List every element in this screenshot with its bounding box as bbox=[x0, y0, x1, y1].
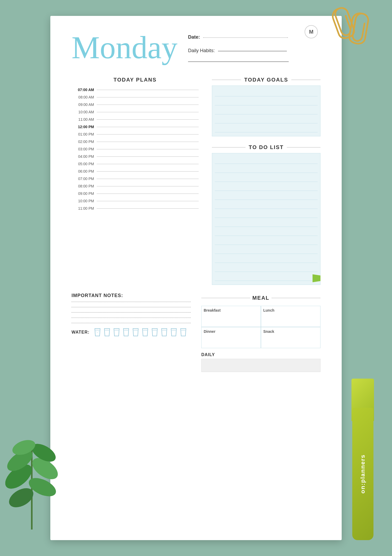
todo-line-7 bbox=[215, 210, 318, 218]
time-2000: 08:00 PM bbox=[72, 184, 94, 188]
time-slot-0900: 09:00 AM bbox=[72, 102, 199, 107]
meal-grid: Breakfast Lunch Dinner Snack bbox=[201, 306, 320, 348]
daily-section: DAILY bbox=[201, 352, 320, 372]
meal-lunch-label: Lunch bbox=[263, 308, 318, 312]
goals-line-1 bbox=[215, 88, 318, 96]
todo-line-2 bbox=[215, 165, 318, 173]
todo-box-wrapper bbox=[212, 153, 320, 285]
glass-1 bbox=[94, 328, 101, 337]
day-title: Monday bbox=[72, 32, 177, 64]
meal-cell-breakfast: Breakfast bbox=[201, 306, 261, 327]
time-slot-2100: 09:00 PM bbox=[72, 191, 199, 196]
paperclips-decoration bbox=[318, 5, 371, 53]
habits-section: Daily Habits: bbox=[188, 48, 320, 62]
today-goals-section: TODAY GOALS bbox=[212, 77, 320, 136]
time-0800: 08:00 AM bbox=[72, 95, 94, 99]
goals-line-right bbox=[291, 80, 320, 80]
time-line-1300 bbox=[97, 134, 199, 134]
todo-line-14 bbox=[215, 273, 318, 281]
goals-line-4 bbox=[215, 115, 318, 123]
meal-line-left bbox=[201, 298, 250, 298]
glass-9 bbox=[170, 328, 177, 337]
title-section: Monday bbox=[72, 32, 177, 64]
todo-line-10 bbox=[215, 237, 318, 245]
time-line-0800 bbox=[97, 97, 199, 97]
todo-line-9 bbox=[215, 228, 318, 236]
time-line-1000 bbox=[97, 112, 199, 112]
time-slots-list: 07:00 AM 08:00 AM 09:00 AM 10:00 AM bbox=[72, 88, 199, 210]
todo-line-left bbox=[212, 147, 246, 147]
time-line-1700 bbox=[97, 164, 199, 164]
highlighter-brand-text: on:planners bbox=[359, 454, 366, 494]
time-line-1500 bbox=[97, 149, 199, 149]
todo-section: TO DO LIST bbox=[212, 144, 320, 285]
time-slot-1100: 11:00 AM bbox=[72, 117, 199, 122]
header-section: Monday Date: M Daily Habits: bbox=[72, 32, 320, 64]
time-1600: 04:00 PM bbox=[72, 154, 94, 159]
meal-dinner-label: Dinner bbox=[204, 329, 259, 334]
habits-line-1 bbox=[218, 51, 287, 51]
todo-header-row: TO DO LIST bbox=[212, 144, 320, 150]
glass-10 bbox=[180, 328, 187, 337]
time-slot-2000: 08:00 PM bbox=[72, 184, 199, 188]
goals-line-left bbox=[212, 80, 241, 80]
time-line-0700 bbox=[97, 90, 199, 90]
time-slot-2200: 10:00 PM bbox=[72, 199, 199, 203]
todo-content-box bbox=[212, 153, 320, 285]
todo-line-6 bbox=[215, 201, 318, 209]
time-0900: 09:00 AM bbox=[72, 102, 94, 107]
time-line-1100 bbox=[97, 119, 199, 120]
glass-6 bbox=[141, 328, 149, 337]
time-slot-1600: 04:00 PM bbox=[72, 154, 199, 159]
glass-8 bbox=[161, 328, 168, 337]
main-two-col: TODAY PLANS 07:00 AM 08:00 AM 09:00 AM bbox=[72, 77, 320, 285]
todo-line-1 bbox=[215, 156, 318, 164]
date-input-line bbox=[203, 37, 288, 38]
meal-title: MEAL bbox=[250, 293, 272, 303]
time-slot-1500: 03:00 PM bbox=[72, 147, 199, 151]
water-glasses-row bbox=[94, 328, 187, 337]
meal-cell-snack: Snack bbox=[261, 327, 320, 348]
notes-dots-line-2 bbox=[72, 306, 191, 307]
time-line-1200 bbox=[97, 127, 199, 127]
glass-7 bbox=[151, 328, 158, 337]
highlighter-decoration: on:planners bbox=[347, 381, 384, 540]
time-1000: 10:00 AM bbox=[72, 110, 94, 114]
habits-label: Daily Habits: bbox=[188, 48, 215, 53]
time-slot-1900: 07:00 PM bbox=[72, 177, 199, 181]
today-goals-title: TODAY GOALS bbox=[241, 77, 291, 83]
meal-cell-lunch: Lunch bbox=[261, 306, 320, 327]
bottom-row: IMPORTANT NOTES: WATER: bbox=[72, 293, 320, 372]
daily-label: DAILY bbox=[201, 352, 215, 357]
time-1700: 05:00 PM bbox=[72, 162, 94, 166]
glass-2 bbox=[103, 328, 111, 337]
today-plans-section: TODAY PLANS 07:00 AM 08:00 AM 09:00 AM bbox=[72, 77, 199, 285]
time-slot-1000: 10:00 AM bbox=[72, 110, 199, 114]
goals-line-3 bbox=[215, 106, 318, 114]
todo-line-11 bbox=[215, 246, 318, 254]
todo-line-right bbox=[287, 147, 320, 147]
time-slot-1700: 05:00 PM bbox=[72, 162, 199, 166]
goals-line-5 bbox=[215, 124, 318, 132]
goals-line-2 bbox=[215, 97, 318, 105]
notes-dots-line-5 bbox=[72, 322, 191, 323]
time-1300: 01:00 PM bbox=[72, 132, 94, 136]
todo-line-8 bbox=[215, 219, 318, 227]
time-line-0900 bbox=[97, 105, 199, 105]
time-0700: 07:00 AM bbox=[72, 88, 94, 92]
time-slot-1300: 01:00 PM bbox=[72, 132, 199, 136]
time-line-1800 bbox=[97, 171, 199, 172]
notes-water-column: IMPORTANT NOTES: WATER: bbox=[72, 293, 191, 372]
goals-header-row: TODAY GOALS bbox=[212, 77, 320, 83]
time-1800: 06:00 PM bbox=[72, 169, 94, 173]
time-slot-1200: 12:00 PM bbox=[72, 125, 199, 129]
glass-5 bbox=[132, 328, 139, 337]
important-notes-section: IMPORTANT NOTES: bbox=[72, 293, 191, 323]
notes-dots-line-1 bbox=[72, 301, 191, 302]
time-slot-1400: 02:00 PM bbox=[72, 140, 199, 144]
meal-line-right bbox=[271, 298, 320, 298]
glass-3 bbox=[113, 328, 120, 337]
date-section: Date: M bbox=[188, 34, 320, 40]
time-line-1400 bbox=[97, 142, 199, 142]
todo-line-4 bbox=[215, 183, 318, 191]
